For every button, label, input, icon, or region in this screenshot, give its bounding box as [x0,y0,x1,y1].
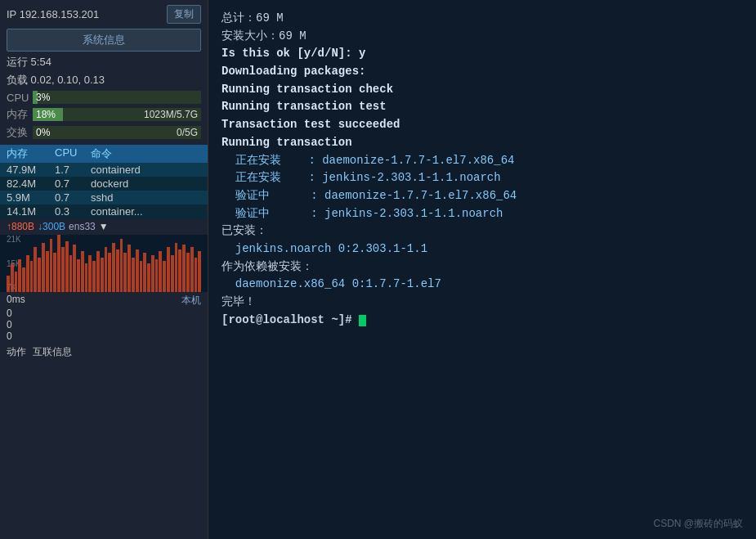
term-line-8: 正在安装 : daemonize-1.7.7-1.el7.x86_64 [221,152,743,170]
proc-mem: 47.9M [7,164,51,176]
watermark: CSDN @搬砖的码蚁 [653,517,743,531]
proc-cmd: sshd [91,191,201,204]
chart-bar-26 [108,253,111,292]
proc-rows: 47.9M1.7containerd82.4M0.7dockerd5.9M0.7… [0,163,208,218]
swap-bar: 0% 0/5G [33,126,201,139]
mem-detail: 1023M/5.7G [144,108,198,121]
chart-bar-29 [120,239,123,292]
chart-bar-19 [81,251,84,292]
chart-bar-30 [123,253,127,292]
status-action[interactable]: 动作 [7,345,26,359]
cpu-bar: 3% [33,91,201,104]
ping-label: 0ms [7,294,25,308]
sysinfo-button[interactable]: 系统信息 [7,29,201,52]
chart-bar-3 [18,259,21,292]
chart-bar-28 [116,249,119,292]
proc-row-2: 5.9M0.7sshd [0,191,208,204]
term-line-20: [root@localhost ~]# [221,312,743,330]
net-arrow[interactable]: ▼ [99,221,109,232]
term-line-17: daemonize.x86_64 0:1.7.7-1.el7 [221,276,743,294]
chart-bar-8 [38,258,41,292]
proc-cmd: dockerd [91,177,201,190]
term-line-1: 安装大小：69 M [221,28,743,46]
cpu-value: 3% [36,91,50,104]
chart-bar-10 [46,251,49,292]
copy-button[interactable]: 复制 [167,5,201,24]
mem-bar: 18% 1023M/5.7G [33,108,201,121]
proc-row-0: 47.9M1.7containerd [0,163,208,177]
term-line-5: Running transaction test [221,98,743,116]
proc-row-3: 14.1M0.3container... [0,204,208,218]
ping-row: 0ms 本机 [7,294,201,308]
swap-row: 交换 0% 0/5G [0,124,208,141]
chart-bar-38 [155,259,159,292]
chart-bar-13 [57,235,60,292]
chart-bar-9 [42,243,45,292]
swap-detail: 0/5G [177,126,198,139]
term-line-11: 验证中 : jenkins-2.303.1-1.1.noarch [221,205,743,223]
chart-bar-16 [69,255,73,292]
term-line-2: Is this ok [y/d/N]: y [221,45,743,63]
swap-label: 交换 [7,125,29,140]
proc-mem: 14.1M [7,205,51,218]
chart-bar-15 [65,241,69,292]
chart-bar-27 [112,243,115,292]
ping-val-3: 0 [7,330,201,342]
proc-mem: 5.9M [7,191,51,204]
term-line-9: 正在安装 : jenkins-2.303.1-1.1.noarch [221,169,743,187]
proc-col-mem: 内存 [7,146,51,161]
chart-bar-33 [136,249,139,292]
ping-val-1: 0 [7,308,201,319]
term-line-16: 作为依赖被安装： [221,258,743,276]
chart-bar-25 [105,247,108,292]
chart-bar-23 [96,251,100,292]
proc-cpu: 0.7 [55,191,87,204]
chart-bar-5 [26,255,29,292]
term-line-19: 完毕！ [221,294,743,312]
net-down: ↓300B [38,221,65,232]
chart-bar-45 [182,245,186,292]
left-panel: IP 192.168.153.201 复制 系统信息 运行 5:54 负载 0.… [0,0,208,539]
load-row: 负载 0.02, 0.10, 0.13 [0,71,208,89]
chart-bar-42 [171,255,174,292]
term-line-10: 验证中 : daemonize-1.7.7-1.el7.x86_64 [221,187,743,205]
proc-header: 内存 CPU 命令 [0,145,208,163]
chart-bar-36 [147,263,150,292]
ping-val-2: 0 [7,319,201,330]
chart-bar-2 [15,272,18,292]
chart-bar-0 [7,276,10,292]
chart-bar-22 [92,261,96,292]
proc-col-cmd: 命令 [91,146,201,161]
chart-bar-48 [195,258,198,292]
term-line-13: 已安装： [221,222,743,240]
proc-cpu: 0.3 [55,205,87,218]
term-line-6: Transaction test succeeded [221,116,743,134]
term-line-14: jenkins.noarch 0:2.303.1-1.1 [221,240,743,258]
chart-bar-47 [190,247,194,292]
chart-bar-12 [53,253,56,292]
cpu-label: CPU [7,92,29,104]
chart-bar-14 [61,247,65,292]
chart-bar-24 [101,258,104,292]
term-line-3: Downloading packages: [221,63,743,81]
ip-row: IP 192.168.153.201 复制 [0,0,208,27]
chart-bar-37 [151,255,154,292]
proc-mem: 82.4M [7,177,51,190]
terminal-lines: 总计：69 M安装大小：69 MIs this ok [y/d/N]: yDow… [221,10,743,329]
ping-host: 本机 [181,294,201,308]
status-net[interactable]: 互联信息 [33,345,72,359]
chart-bar-31 [127,245,131,292]
chart-bar-32 [132,258,135,292]
proc-cmd: containerd [91,164,201,176]
chart-bars [7,235,201,292]
chart-bar-35 [143,253,146,292]
chart-bar-20 [85,263,88,292]
term-cursor [359,315,366,326]
mem-percent: 18% [36,108,56,121]
chart-bar-6 [30,261,34,292]
proc-cmd: container... [91,205,201,218]
uptime-row: 运行 5:54 [0,53,208,71]
proc-col-cpu: CPU [55,146,87,161]
ip-label: IP 192.168.153.201 [7,8,99,20]
chart-bar-39 [159,251,162,292]
